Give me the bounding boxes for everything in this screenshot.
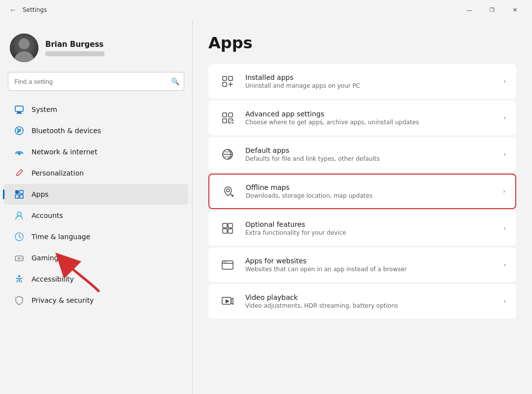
back-button[interactable]: ← (6, 3, 20, 17)
sidebar-item-bluetooth[interactable]: Bluetooth & devices (4, 120, 188, 141)
advanced-app-settings-chevron: › (503, 114, 506, 121)
optional-features-desc: Extra functionality for your device (245, 229, 495, 236)
sidebar-item-apps[interactable]: Apps (4, 184, 188, 205)
settings-list: Installed appsUninstall and manage apps … (208, 64, 516, 319)
gaming-icon (14, 252, 25, 263)
svg-rect-8 (20, 195, 23, 198)
optional-features-title: Optional features (245, 220, 495, 228)
advanced-app-settings-desc: Choose where to get apps, archive apps, … (245, 119, 495, 126)
page-title: Apps (208, 34, 516, 52)
optional-features-icon (219, 219, 236, 237)
sidebar-item-label-gaming: Gaming (32, 254, 59, 262)
offline-maps-chevron: › (503, 188, 505, 195)
svg-point-4 (19, 154, 20, 155)
svg-rect-27 (228, 223, 233, 228)
video-playback-text: Video playbackVideo adjustments, HDR str… (245, 293, 495, 309)
advanced-app-settings-text: Advanced app settingsChoose where to get… (245, 110, 495, 126)
sidebar-item-label-accounts: Accounts (32, 212, 63, 219)
advanced-app-settings-icon (219, 109, 236, 127)
sidebar-item-privacy[interactable]: Privacy & security (4, 290, 188, 311)
accessibility-icon (14, 274, 25, 285)
svg-rect-1 (17, 112, 21, 113)
video-playback-desc: Video adjustments, HDR streaming, batter… (245, 302, 495, 309)
setting-item-optional-features[interactable]: Optional featuresExtra functionality for… (208, 211, 516, 246)
default-apps-title: Default apps (245, 146, 495, 154)
sidebar-item-label-apps: Apps (32, 190, 49, 198)
personalization-icon (14, 168, 25, 179)
sidebar-item-system[interactable]: System (4, 99, 188, 120)
offline-maps-icon (219, 182, 237, 200)
user-section: Brian Burgess (0, 26, 192, 72)
default-apps-desc: Defaults for file and link types, other … (245, 155, 495, 162)
close-button[interactable]: ✕ (503, 2, 526, 18)
svg-rect-19 (229, 113, 233, 117)
system-icon (14, 104, 25, 115)
search-box: 🔍 (8, 72, 184, 91)
avatar-image (10, 34, 38, 62)
setting-item-advanced-app-settings[interactable]: Advanced app settingsChoose where to get… (208, 101, 516, 135)
sidebar-item-accounts[interactable]: Accounts (4, 205, 188, 226)
user-name: Brian Burgess (45, 40, 182, 49)
svg-rect-5 (15, 190, 19, 194)
svg-point-22 (230, 120, 234, 124)
window-controls: — ❐ ✕ (458, 2, 526, 18)
accounts-icon (14, 210, 25, 221)
apps-for-websites-chevron: › (503, 261, 506, 268)
svg-rect-18 (223, 113, 227, 117)
svg-point-13 (21, 258, 22, 259)
sidebar: Brian Burgess 🔍 SystemBluetooth & device… (0, 20, 192, 394)
setting-item-video-playback[interactable]: Video playbackVideo adjustments, HDR str… (208, 284, 516, 319)
user-email-blurred (45, 51, 104, 56)
nav-list: SystemBluetooth & devicesNetwork & inter… (0, 99, 192, 311)
main-layout: Brian Burgess 🔍 SystemBluetooth & device… (0, 20, 532, 394)
svg-rect-16 (229, 76, 233, 80)
sidebar-item-personalization[interactable]: Personalization (4, 163, 188, 183)
svg-rect-20 (223, 119, 227, 123)
sidebar-item-label-personalization: Personalization (32, 169, 84, 177)
apps-for-websites-text: Apps for websitesWebsites that can open … (245, 257, 495, 273)
svg-point-24 (227, 189, 230, 192)
installed-apps-desc: Uninstall and manage apps on your PC (245, 82, 495, 89)
video-playback-icon (219, 292, 236, 310)
optional-features-chevron: › (503, 225, 506, 232)
content-area: Apps Installed appsUninstall and manage … (193, 20, 532, 394)
maximize-button[interactable]: ❐ (481, 2, 503, 18)
sidebar-item-network[interactable]: Network & internet (4, 142, 188, 162)
svg-point-31 (224, 262, 225, 263)
sidebar-item-gaming[interactable]: Gaming (4, 248, 188, 268)
svg-point-12 (20, 257, 21, 258)
svg-rect-6 (20, 190, 23, 194)
apps-for-websites-title: Apps for websites (245, 257, 495, 265)
advanced-app-settings-title: Advanced app settings (245, 110, 495, 118)
sidebar-item-label-network: Network & internet (32, 148, 98, 156)
sidebar-item-label-time: Time & language (32, 233, 90, 241)
default-apps-chevron: › (503, 151, 506, 158)
svg-rect-17 (223, 82, 227, 86)
network-icon (14, 146, 25, 157)
sidebar-item-accessibility[interactable]: Accessibility (4, 269, 188, 289)
sidebar-item-label-privacy: Privacy & security (32, 296, 94, 304)
offline-maps-desc: Downloads, storage location, map updates (246, 192, 494, 199)
default-apps-text: Default appsDefaults for file and link t… (245, 146, 495, 162)
svg-rect-0 (15, 106, 23, 111)
apps-icon (14, 189, 25, 200)
setting-item-default-apps[interactable]: Default appsDefaults for file and link t… (208, 137, 516, 172)
search-input[interactable] (8, 72, 184, 91)
svg-rect-28 (223, 229, 227, 233)
setting-item-offline-maps[interactable]: Offline mapsDownloads, storage location,… (208, 174, 516, 209)
svg-rect-2 (16, 113, 22, 114)
privacy-icon (14, 295, 25, 306)
user-info: Brian Burgess (45, 40, 182, 56)
sidebar-wrapper: Brian Burgess 🔍 SystemBluetooth & device… (0, 20, 193, 394)
offline-maps-title: Offline maps (246, 183, 494, 191)
time-icon (14, 231, 25, 242)
minimize-button[interactable]: — (458, 2, 481, 18)
setting-item-apps-for-websites[interactable]: Apps for websitesWebsites that can open … (208, 248, 516, 282)
sidebar-item-time[interactable]: Time & language (4, 226, 188, 247)
bluetooth-icon (14, 125, 25, 136)
video-playback-chevron: › (503, 298, 506, 305)
apps-for-websites-icon (219, 256, 236, 274)
setting-item-installed-apps[interactable]: Installed appsUninstall and manage apps … (208, 64, 516, 99)
sidebar-item-label-accessibility: Accessibility (32, 275, 74, 283)
video-playback-title: Video playback (245, 293, 495, 301)
